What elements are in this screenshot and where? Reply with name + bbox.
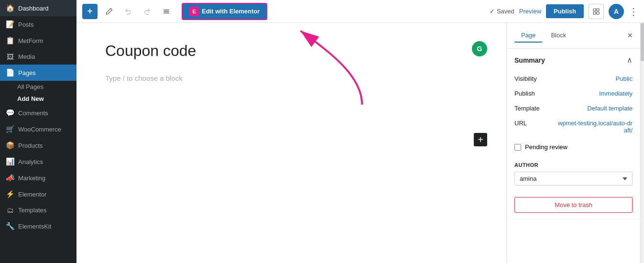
publish-label: Publish [514,90,535,97]
avatar-label: A [614,8,619,15]
template-row: Template Default template [507,101,640,116]
sidebar-item-label: Marketing [18,175,45,182]
sub-item-label: All Pages [17,83,44,90]
sidebar-item-templates[interactable]: 🗂 Templates [0,202,76,218]
arrow-annotation [153,23,506,119]
visibility-value[interactable]: Public [616,75,633,82]
redo-button[interactable] [140,4,155,19]
move-to-trash-button[interactable]: Move to trash [514,197,633,213]
sidebar-item-label: WooCommerce [18,126,61,133]
sidebar-item-label: Comments [18,110,48,117]
undo-button[interactable] [120,4,136,19]
editor-area: G Type / to choose a block + [76,23,506,263]
add-icon: + [478,134,483,145]
pending-review-row: Pending review [507,138,640,156]
sidebar-item-media[interactable]: 🖼 Media [0,49,76,65]
publish-value[interactable]: Immediately [599,90,633,97]
add-block-button[interactable]: + [474,133,487,146]
grammarly-button[interactable]: G [472,41,487,56]
sidebar-item-comments[interactable]: 💬 Comments [0,105,76,121]
sidebar-item-label: Analytics [18,158,43,165]
panel-tabs: Page Block [514,29,573,43]
saved-status: ✓ Saved [490,8,514,15]
options-icon [163,8,170,15]
summary-section: Summary ∧ Visibility Public Publish Imme… [507,49,640,219]
sidebar-item-marketing[interactable]: 📣 Marketing [0,170,76,186]
sidebar-item-woocommerce[interactable]: 🛒 WooCommerce [0,121,76,137]
sidebar-item-pages[interactable]: 📄 Pages [0,65,76,81]
sidebar-item-label: Templates [18,207,46,214]
sub-item-label: Add New [17,95,44,102]
elementskit-icon: 🔧 [6,222,14,230]
pending-review-label: Pending review [525,143,568,151]
saved-label: Saved [497,8,514,15]
url-value[interactable]: wpmet-testing.local/auto-draft/ [556,120,633,134]
avatar-button[interactable]: A [609,4,624,19]
sidebar-item-label: Dashboard [18,5,49,12]
edit-pencil-button[interactable] [101,4,117,19]
sidebar-item-elementskit[interactable]: 🔧 ElementsKit [0,218,76,234]
sidebar-sub-all-pages[interactable]: All Pages [0,81,76,93]
svg-rect-5 [593,12,596,14]
author-section: AUTHOR amina [507,156,640,191]
pending-review-checkbox[interactable] [514,144,521,151]
right-scrollbar[interactable] [640,23,644,263]
pencil-icon [105,8,113,15]
url-row: URL wpmet-testing.local/auto-draft/ [507,116,640,138]
svg-rect-4 [597,9,599,11]
view-toggle-button[interactable] [589,4,604,19]
publish-button[interactable]: Publish [546,4,584,18]
redo-icon [143,8,151,15]
edit-elementor-label: Edit with Elementor [202,8,260,15]
toolbar: + E Edit [76,0,644,23]
sidebar-item-label: MetForm [18,37,43,44]
pages-icon: 📄 [6,68,14,77]
sidebar-item-metform[interactable]: 📋 MetForm [0,33,76,49]
page-title-input[interactable] [105,42,478,60]
collapse-button[interactable]: ∧ [627,55,633,65]
analytics-icon: 📊 [6,157,14,166]
content-area: G Type / to choose a block + Page Block … [76,23,644,263]
sidebar: 🏠 Dashboard 📝 Posts 📋 MetForm 🖼 Media 📄 … [0,0,76,263]
grammarly-icon: G [477,45,482,53]
add-block-toolbar-button[interactable]: + [82,4,98,19]
elementor-icon: ⚡ [6,190,14,198]
sidebar-item-elementor[interactable]: ⚡ Elementor [0,186,76,202]
view-toggle-icon [592,8,600,15]
sidebar-item-analytics[interactable]: 📊 Analytics [0,153,76,170]
author-select[interactable]: amina [514,172,633,186]
sidebar-item-label: ElementsKit [18,223,51,230]
summary-section-header: Summary ∧ [507,49,640,71]
metform-icon: 📋 [6,36,14,45]
panel-close-button[interactable]: × [627,31,633,41]
edit-with-elementor-button[interactable]: E Edit with Elementor [182,3,267,20]
sidebar-item-dashboard[interactable]: 🏠 Dashboard [0,0,76,16]
sidebar-sub-add-new[interactable]: Add New [0,93,76,105]
plus-icon: + [87,6,93,16]
woocommerce-icon: 🛒 [6,125,14,133]
url-label: URL [514,120,527,127]
sidebar-item-posts[interactable]: 📝 Posts [0,16,76,33]
preview-button[interactable]: Preview [519,8,541,15]
scrollbar-thumb [641,23,644,61]
sidebar-item-label: Posts [18,21,34,28]
templates-icon: 🗂 [6,206,14,214]
more-options-button[interactable]: ⋮ [629,6,638,17]
tab-block[interactable]: Block [544,29,573,43]
toolbar-right: ✓ Saved Preview Publish A ⋮ [490,4,638,19]
tab-page[interactable]: Page [514,29,542,43]
sidebar-item-label: Pages [18,69,36,77]
block-placeholder[interactable]: Type / to choose a block [105,74,478,82]
author-section-label: AUTHOR [514,162,633,168]
panel-header: Page Block × [507,23,640,49]
summary-label: Summary [514,56,545,64]
template-value[interactable]: Default template [587,105,633,112]
sidebar-item-label: Elementor [18,191,46,198]
marketing-icon: 📣 [6,174,14,182]
sidebar-item-products[interactable]: 📦 Products [0,137,76,153]
visibility-row: Visibility Public [507,71,640,86]
right-panel: Page Block × Summary ∧ Visibility Public [506,23,640,263]
sidebar-item-label: Products [18,142,43,149]
main-area: + E Edit [76,0,644,263]
options-button[interactable] [159,4,174,19]
